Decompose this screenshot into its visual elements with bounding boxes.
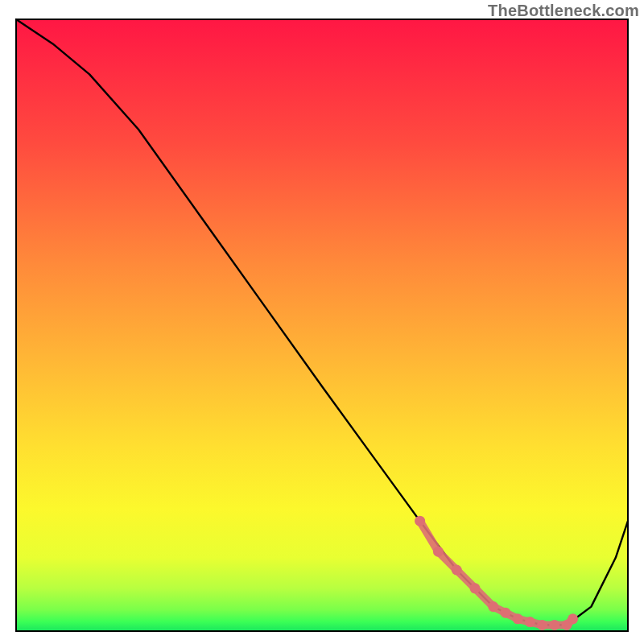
watermark-text: TheBottleneck.com — [488, 2, 639, 20]
optimal-range-dot — [470, 583, 481, 593]
optimal-range-dot — [513, 613, 523, 624]
optimal-range-dot — [568, 613, 578, 624]
gradient-plot-background — [16, 19, 628, 631]
optimal-range-dot — [501, 608, 511, 618]
optimal-range-dot — [488, 601, 498, 612]
optimal-range-dot — [415, 516, 425, 526]
optimal-range-dot — [433, 547, 444, 557]
optimal-range-dot — [549, 620, 559, 630]
bottleneck-chart — [0, 0, 644, 644]
optimal-range-dot — [537, 620, 547, 630]
optimal-range-dot — [525, 617, 535, 627]
optimal-range-dot — [452, 565, 462, 576]
